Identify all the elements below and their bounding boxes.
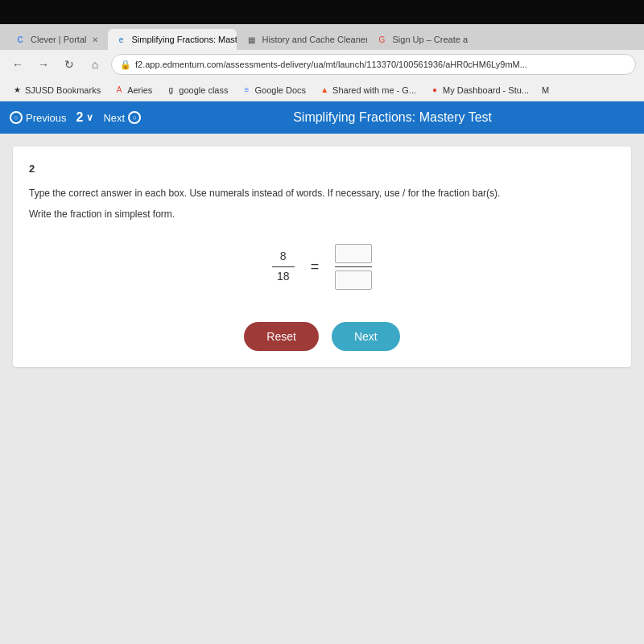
bookmark-aeries-label: Aeries <box>127 85 152 95</box>
chevron-down-icon: ∨ <box>86 112 93 123</box>
bookmark-m[interactable]: M <box>537 84 554 97</box>
bookmark-google-class[interactable]: g google class <box>160 83 233 97</box>
url-text: f2.app.edmentum.com/assessments-delivery… <box>135 60 527 69</box>
button-row: Reset Next <box>29 322 615 351</box>
bookmark-google-docs-icon: ≡ <box>241 85 252 96</box>
bookmark-dashboard-icon: ● <box>429 85 440 96</box>
next-nav-label: Next <box>103 112 125 124</box>
bookmark-dashboard-label: My Dashboard - Stu... <box>443 85 529 95</box>
next-button[interactable]: Next <box>332 322 400 351</box>
home-button[interactable]: ⌂ <box>85 55 105 74</box>
tab-signup-label: Sign Up – Create a <box>393 35 469 44</box>
tab-clever-label: Clever | Portal <box>31 35 87 44</box>
question-card: 2 Type the correct answer in each box. U… <box>13 147 631 367</box>
address-bar[interactable]: 🔒 f2.app.edmentum.com/assessments-delive… <box>111 54 636 75</box>
previous-circle-icon: ○ <box>10 111 23 124</box>
reset-button[interactable]: Reset <box>244 322 319 351</box>
bookmark-sjusd-label: SJUSD Bookmarks <box>25 85 101 95</box>
tab-history[interactable]: ▦ History and Cache Cleaner ✕ <box>238 29 367 50</box>
content-area: 2 Type the correct answer in each box. U… <box>0 134 644 644</box>
forward-button[interactable]: → <box>34 55 53 74</box>
bookmark-google-docs[interactable]: ≡ Google Docs <box>236 83 311 97</box>
question-prompt: Write the fraction in simplest form. <box>29 208 615 220</box>
answer-fraction <box>335 244 372 290</box>
question-number: 2 <box>29 163 615 175</box>
previous-button[interactable]: ○ Previous <box>10 111 67 124</box>
next-circle-icon: ○ <box>128 111 141 124</box>
question-instructions: Type the correct answer in each box. Use… <box>29 186 615 200</box>
tab-signup-icon: G <box>377 34 388 45</box>
back-button[interactable]: ← <box>8 55 27 74</box>
bookmark-sjusd-icon: ★ <box>11 85 23 96</box>
tab-history-icon: ▦ <box>246 34 258 45</box>
app-title: Simplifying Fractions: Mastery Test <box>151 110 634 125</box>
tab-simplifying[interactable]: e Simplifying Fractions: Maste ✕ <box>108 29 237 50</box>
bookmark-aeries[interactable]: A Aeries <box>109 83 157 97</box>
bookmark-google-class-label: google class <box>179 85 228 95</box>
given-fraction: 8 18 <box>272 249 295 284</box>
tab-clever-close[interactable]: ✕ <box>92 35 98 44</box>
tab-simplifying-icon: e <box>116 34 127 45</box>
answer-denominator-input[interactable] <box>335 270 372 290</box>
bookmarks-bar: ★ SJUSD Bookmarks A Aeries g google clas… <box>0 79 644 101</box>
question-num-value: 2 <box>76 110 84 125</box>
bookmark-google-docs-label: Google Docs <box>254 85 306 95</box>
tab-signup[interactable]: G Sign Up – Create a <box>369 29 477 50</box>
tab-history-label: History and Cache Cleaner <box>262 35 367 44</box>
reload-button[interactable]: ↻ <box>60 55 79 74</box>
answer-fraction-bar <box>335 266 372 267</box>
bookmark-google-class-icon: g <box>165 85 176 96</box>
equals-sign: = <box>311 258 320 275</box>
tab-clever[interactable]: C Clever | Portal ✕ <box>6 29 106 50</box>
top-bar <box>0 0 644 24</box>
bookmark-m-label: M <box>542 85 549 95</box>
question-number-display[interactable]: 2 ∨ <box>76 110 94 125</box>
tab-clever-icon: C <box>14 34 26 45</box>
answer-numerator-input[interactable] <box>335 244 372 263</box>
tab-simplifying-label: Simplifying Fractions: Maste <box>132 35 237 44</box>
next-nav-button[interactable]: Next ○ <box>103 111 141 124</box>
bookmark-shared[interactable]: ▲ Shared with me - G... <box>314 83 421 97</box>
app-nav-bar: ○ Previous 2 ∨ Next ○ Simplifying Fracti… <box>0 101 644 134</box>
given-numerator: 8 <box>280 249 287 265</box>
fraction-equation: 8 18 = <box>29 244 615 290</box>
lock-icon: 🔒 <box>120 60 131 70</box>
bookmark-dashboard[interactable]: ● My Dashboard - Stu... <box>424 83 534 97</box>
bookmark-sjusd[interactable]: ★ SJUSD Bookmarks <box>6 83 105 97</box>
given-denominator: 18 <box>277 269 290 285</box>
tab-bar: C Clever | Portal ✕ e Simplifying Fracti… <box>0 24 644 50</box>
previous-label: Previous <box>26 112 67 124</box>
fraction-bar <box>272 266 295 267</box>
bookmark-aeries-icon: A <box>114 85 125 96</box>
bookmark-shared-icon: ▲ <box>319 85 330 96</box>
bookmark-shared-label: Shared with me - G... <box>332 85 416 95</box>
address-bar-row: ← → ↻ ⌂ 🔒 f2.app.edmentum.com/assessment… <box>0 50 644 79</box>
